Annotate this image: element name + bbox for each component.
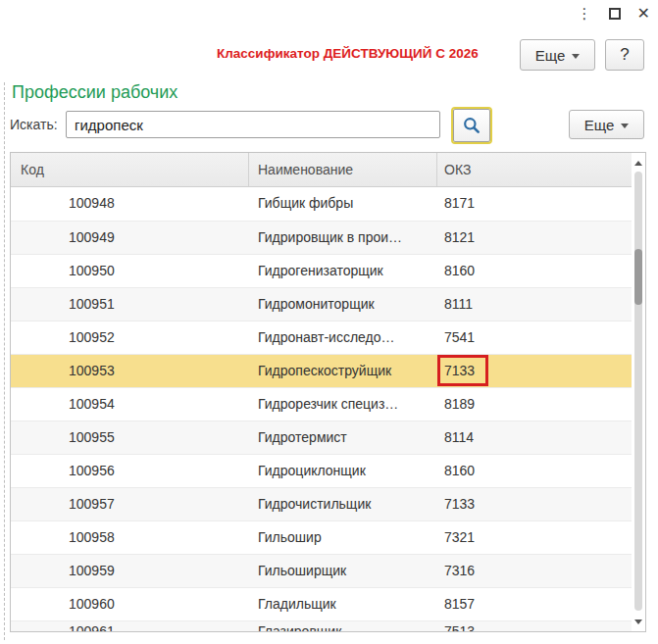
cell-okz: 8111 <box>437 288 632 321</box>
page-title: Профессии рабочих <box>12 82 177 103</box>
table-row[interactable]: 100954 Гидрорезчик специз… 8189 <box>11 387 632 421</box>
okz-highlight-box: 7133 <box>437 355 488 386</box>
table-row[interactable]: 100949 Гидрировщик в прои… 8121 <box>11 221 632 254</box>
chevron-down-icon <box>621 124 629 128</box>
classifier-window: ⋮ ✕ Классификатор ДЕЙСТВУЮЩИЙ С 2026 Еще… <box>0 0 658 644</box>
cell-code: 100960 <box>11 588 249 620</box>
cell-okz: 7541 <box>437 322 632 354</box>
column-header-name[interactable]: Наименование <box>249 153 437 186</box>
form-left-dashed-border <box>4 82 5 640</box>
okz-value: 8189 <box>444 396 475 412</box>
cell-name: Гидротермист <box>249 421 437 454</box>
table-row[interactable]: 100958 Гильошир 7321 <box>11 520 632 554</box>
cell-code: 100961 <box>11 621 249 632</box>
cell-okz: 8121 <box>437 222 632 254</box>
table-row[interactable]: 100948 Гибщик фибры 8171 <box>11 187 632 221</box>
cell-name: Гидрочистильщик <box>249 488 437 520</box>
window-menu-icon[interactable]: ⋮ <box>578 5 592 23</box>
okz-value: 7133 <box>444 496 475 512</box>
okz-value: 7316 <box>444 563 475 578</box>
cell-code: 100948 <box>11 187 249 221</box>
cell-name: Гладильщик <box>249 588 437 620</box>
search-label: Искать: <box>10 117 58 132</box>
scroll-up-icon[interactable] <box>632 156 645 170</box>
okz-value: 8171 <box>444 195 475 211</box>
more-list-label: Еще <box>584 117 615 133</box>
okz-value: 8157 <box>444 596 475 612</box>
cell-name: Глазировщик <box>249 621 437 632</box>
table-body: 100948 Гибщик фибры 8171 100949 Гидриров… <box>11 187 632 632</box>
window-controls: ⋮ ✕ <box>578 5 650 23</box>
cell-okz: 8160 <box>437 455 632 487</box>
table-row-selected[interactable]: 100953 Гидропескоструйщик 7133 <box>11 354 632 387</box>
table-header: Код Наименование ОКЗ <box>11 153 632 187</box>
cell-name: Гидромониторщик <box>249 288 437 321</box>
cell-okz: 7133 <box>437 488 632 520</box>
search-icon <box>462 116 481 135</box>
cell-code: 100957 <box>11 488 249 520</box>
cell-okz: 8189 <box>437 388 632 421</box>
chevron-down-icon <box>572 54 580 59</box>
table-row[interactable]: 100956 Гидроциклонщик 8160 <box>11 454 632 487</box>
cell-name: Гидрировщик в прои… <box>249 222 437 254</box>
cell-code: 100953 <box>11 355 249 387</box>
cell-name: Гидрогенизаторщик <box>249 255 437 287</box>
cell-okz: 7133 <box>437 355 632 387</box>
more-button-label: Еще <box>535 47 566 64</box>
table-row-partial[interactable]: 100961 Глазировщик 7513 <box>11 620 632 632</box>
cell-code: 100959 <box>11 555 249 587</box>
cell-name: Гидронавт-исследо… <box>249 322 437 354</box>
cell-code: 100956 <box>11 455 249 487</box>
cell-code: 100949 <box>11 222 249 254</box>
cell-name: Гидропескоструйщик <box>249 355 437 387</box>
cell-okz: 8114 <box>437 421 632 454</box>
table-row[interactable]: 100955 Гидротермист 8114 <box>11 421 632 454</box>
cell-okz: 8171 <box>437 187 632 221</box>
scrollbar-track[interactable] <box>634 172 642 611</box>
table-row[interactable]: 100960 Гладильщик 8157 <box>11 587 632 620</box>
cell-code: 100951 <box>11 288 249 321</box>
maximize-icon[interactable] <box>609 8 621 20</box>
column-header-okz[interactable]: ОКЗ <box>437 153 632 186</box>
cell-code: 100952 <box>11 322 249 354</box>
okz-value: 8111 <box>444 296 473 312</box>
cell-name: Гидроциклонщик <box>249 455 437 487</box>
okz-value: 8160 <box>444 463 475 478</box>
form-command-bar: Еще ? <box>520 39 644 71</box>
more-button-list[interactable]: Еще <box>569 110 644 139</box>
cell-name: Гильоширщик <box>249 555 437 587</box>
scroll-down-icon[interactable] <box>632 615 645 628</box>
more-button-top[interactable]: Еще <box>520 39 595 71</box>
cell-okz: 8157 <box>437 588 632 620</box>
okz-value: 7513 <box>444 623 475 632</box>
table-row[interactable]: 100951 Гидромониторщик 8111 <box>11 287 632 321</box>
scrollbar-thumb[interactable] <box>634 249 642 305</box>
okz-value: 7321 <box>444 529 475 545</box>
cell-code: 100955 <box>11 421 249 454</box>
search-button[interactable] <box>453 109 490 142</box>
cell-okz: 7316 <box>437 555 632 587</box>
table-row[interactable]: 100950 Гидрогенизаторщик 8160 <box>11 254 632 287</box>
cell-code: 100958 <box>11 521 249 554</box>
classifier-status-title: Классификатор ДЕЙСТВУЮЩИЙ С 2026 <box>217 46 479 61</box>
table-row[interactable]: 100952 Гидронавт-исследо… 7541 <box>11 321 632 354</box>
okz-value: 8160 <box>444 263 475 278</box>
cell-name: Гибщик фибры <box>249 187 437 221</box>
okz-value: 8121 <box>444 229 475 245</box>
cell-name: Гильошир <box>249 521 437 554</box>
cell-okz: 7321 <box>437 521 632 554</box>
professions-table: Код Наименование ОКЗ 100948 Гибщик фибры… <box>10 152 646 632</box>
close-icon[interactable]: ✕ <box>637 5 650 23</box>
cell-name: Гидрорезчик специз… <box>249 388 437 421</box>
search-input[interactable] <box>66 111 440 138</box>
cell-code: 100954 <box>11 388 249 421</box>
vertical-scrollbar <box>632 153 645 631</box>
table-row[interactable]: 100959 Гильоширщик 7316 <box>11 554 632 587</box>
cell-okz: 7513 <box>437 621 632 632</box>
cell-code: 100950 <box>11 255 249 287</box>
cell-okz: 8160 <box>437 255 632 287</box>
table-row[interactable]: 100957 Гидрочистильщик 7133 <box>11 487 632 520</box>
help-button[interactable]: ? <box>605 39 644 71</box>
column-header-code[interactable]: Код <box>11 153 249 186</box>
okz-value: 8114 <box>444 429 474 445</box>
